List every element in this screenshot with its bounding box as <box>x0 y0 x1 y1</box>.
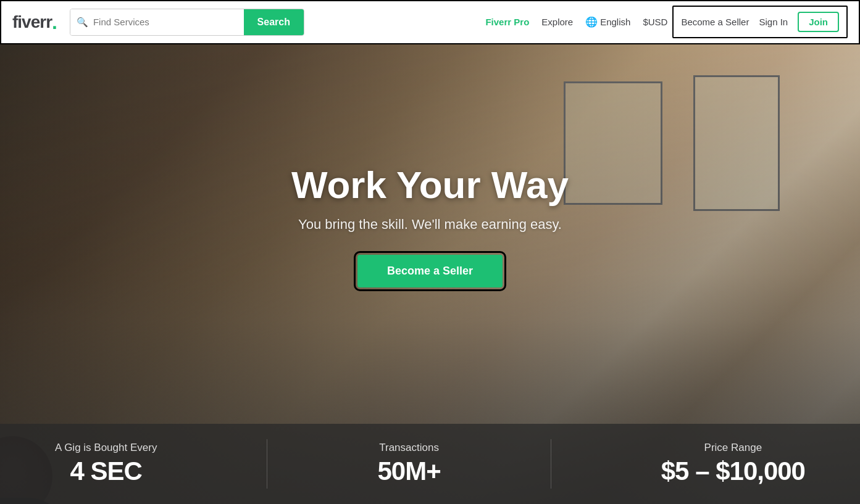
stat-price-range-value: $5 – $10,000 <box>661 456 805 486</box>
logo-dot: . <box>52 12 57 32</box>
stat-transactions-value: 50M+ <box>377 456 440 486</box>
hero-become-seller-button[interactable]: Become a Seller <box>357 255 503 287</box>
stat-gig-speed-value: 4 SEC <box>55 456 157 486</box>
stats-bar: A Gig is Bought Every 4 SEC Transactions… <box>0 424 860 504</box>
globe-icon: 🌐 <box>585 16 598 28</box>
search-input[interactable] <box>93 17 238 27</box>
explore-link[interactable]: Explore <box>541 17 573 27</box>
fiverr-pro-link[interactable]: Fiverr Pro <box>485 17 529 27</box>
stat-price-range-label: Price Range <box>661 442 805 454</box>
stat-gig-speed-label: A Gig is Bought Every <box>55 442 157 454</box>
search-input-wrap: 🔍 <box>70 9 244 35</box>
stat-transactions: Transactions 50M+ <box>377 442 440 486</box>
stat-divider-1 <box>267 439 267 489</box>
language-label: English <box>600 17 630 27</box>
nav-links: Fiverr Pro Explore 🌐 English $USD <box>485 16 667 28</box>
stat-gig-speed: A Gig is Bought Every 4 SEC <box>55 442 157 486</box>
logo[interactable]: fiverr. <box>12 12 57 32</box>
hero-subtitle: You bring the skill. We'll make earning … <box>298 217 562 233</box>
search-bar: 🔍 Search <box>70 9 304 36</box>
language-selector[interactable]: 🌐 English <box>585 16 630 28</box>
hero-cta-wrapper: Become a Seller <box>357 255 503 287</box>
stat-transactions-label: Transactions <box>377 442 440 454</box>
stat-price-range: Price Range $5 – $10,000 <box>661 442 805 486</box>
become-seller-link[interactable]: Become a Seller <box>681 17 749 27</box>
navbar: fiverr. 🔍 Search Fiverr Pro Explore 🌐 En… <box>0 0 860 44</box>
sign-in-link[interactable]: Sign In <box>759 17 788 27</box>
logo-text: fiverr <box>12 12 52 32</box>
search-icon: 🔍 <box>77 17 88 28</box>
search-button[interactable]: Search <box>244 9 304 35</box>
hero-title: Work Your Way <box>291 163 569 207</box>
join-button[interactable]: Join <box>798 12 839 32</box>
nav-right-actions: Become a Seller Sign In Join <box>672 6 848 38</box>
stat-divider-2 <box>551 439 551 489</box>
currency-selector[interactable]: $USD <box>643 17 667 27</box>
hero-section: Work Your Way You bring the skill. We'll… <box>0 44 860 504</box>
